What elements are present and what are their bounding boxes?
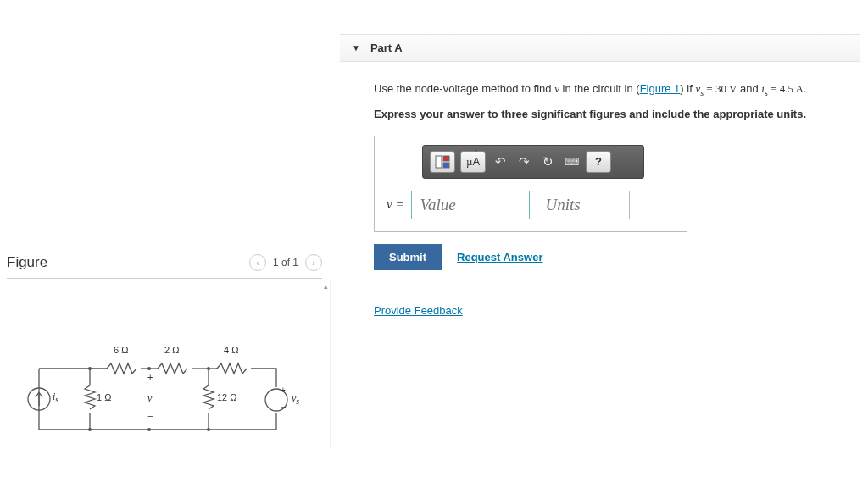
svg-rect-9: [443, 156, 449, 161]
submit-row: Submit Request Answer: [374, 244, 851, 270]
svg-rect-8: [436, 156, 442, 168]
question-text: Use the node-voltage method to find v in…: [374, 80, 851, 99]
value-input[interactable]: [411, 191, 530, 219]
units-input[interactable]: [537, 191, 630, 219]
feedback-row: Provide Feedback: [374, 304, 851, 317]
pager-prev-button[interactable]: ‹: [249, 254, 266, 271]
label-vs-plus: +: [281, 385, 286, 395]
pager-text: 1 of 1: [273, 257, 298, 269]
part-header[interactable]: ▼ Part A: [340, 34, 860, 62]
figure-link[interactable]: Figure 1: [640, 82, 681, 95]
question-panel: ▼ Part A Use the node-voltage method to …: [331, 0, 868, 488]
label-minus: −: [147, 411, 153, 421]
svg-rect-10: [443, 163, 449, 168]
submit-button[interactable]: Submit: [374, 244, 442, 270]
input-row: v =: [375, 179, 687, 231]
svg-point-1: [88, 367, 92, 370]
request-answer-link[interactable]: Request Answer: [457, 251, 542, 263]
label-vs: vs: [292, 392, 299, 406]
pager-next-button[interactable]: ›: [305, 254, 322, 271]
svg-point-4: [88, 428, 92, 431]
label-is: is: [53, 391, 58, 404]
undo-button[interactable]: ↶: [491, 154, 509, 169]
scroll-up-icon[interactable]: ▴: [324, 282, 328, 291]
label-r1: 1 Ω: [97, 392, 111, 402]
svg-point-2: [147, 367, 151, 370]
circuit-diagram: 6 Ω 2 Ω 4 Ω 1 Ω 12 Ω is + v − + − vs: [22, 353, 310, 449]
part-title: Part A: [370, 42, 403, 54]
label-r12: 12 Ω: [217, 392, 237, 402]
answer-box: µA° ↶ ↷ ↻ ⌨ ? v =: [374, 136, 687, 232]
label-v: v: [147, 392, 152, 405]
label-r2: 2 Ω: [164, 345, 179, 355]
figure-body: ▴: [7, 279, 331, 448]
figure-pager: ‹ 1 of 1 ›: [249, 254, 322, 271]
equation-label: v =: [387, 197, 404, 212]
label-plus: +: [147, 372, 153, 382]
figure-header: Figure ‹ 1 of 1 ›: [7, 254, 331, 278]
label-r6: 6 Ω: [114, 345, 128, 355]
keyboard-button[interactable]: ⌨: [562, 156, 581, 168]
reset-button[interactable]: ↻: [538, 154, 557, 169]
figure-panel: Figure ‹ 1 of 1 › ▴: [0, 0, 331, 488]
figure-title: Figure: [7, 254, 47, 271]
label-vs-minus: −: [281, 402, 287, 412]
formula-toolbar: µA° ↶ ↷ ↻ ⌨ ?: [422, 145, 644, 179]
redo-button[interactable]: ↷: [515, 154, 533, 169]
collapse-icon: ▼: [352, 43, 360, 53]
label-r4: 4 Ω: [224, 345, 238, 355]
templates-button[interactable]: [430, 151, 455, 173]
units-button[interactable]: µA°: [460, 151, 486, 173]
provide-feedback-link[interactable]: Provide Feedback: [374, 304, 463, 317]
svg-point-5: [147, 428, 151, 431]
instruction-text: Express your answer to three significant…: [374, 108, 851, 120]
help-button[interactable]: ?: [586, 151, 611, 173]
